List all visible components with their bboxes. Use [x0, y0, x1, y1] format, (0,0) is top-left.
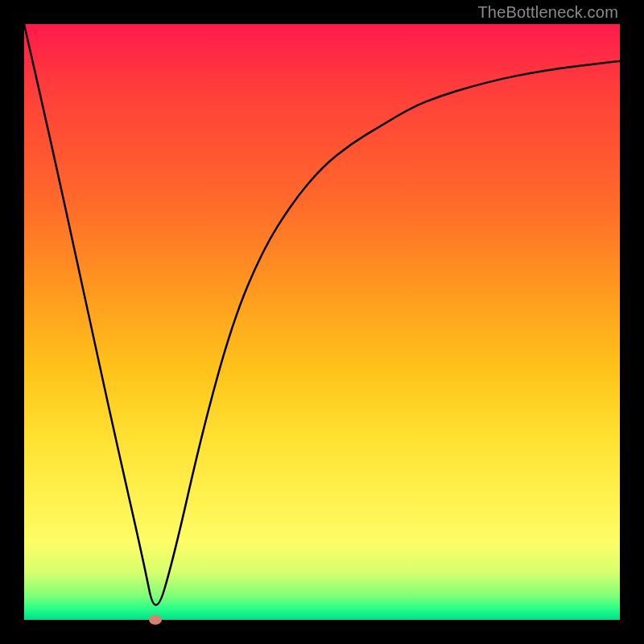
plot-area	[24, 24, 620, 620]
chart-frame: TheBottleneck.com	[0, 0, 644, 644]
optimal-point-marker	[149, 615, 162, 625]
watermark-text: TheBottleneck.com	[477, 3, 618, 22]
bottleneck-curve	[24, 24, 620, 620]
